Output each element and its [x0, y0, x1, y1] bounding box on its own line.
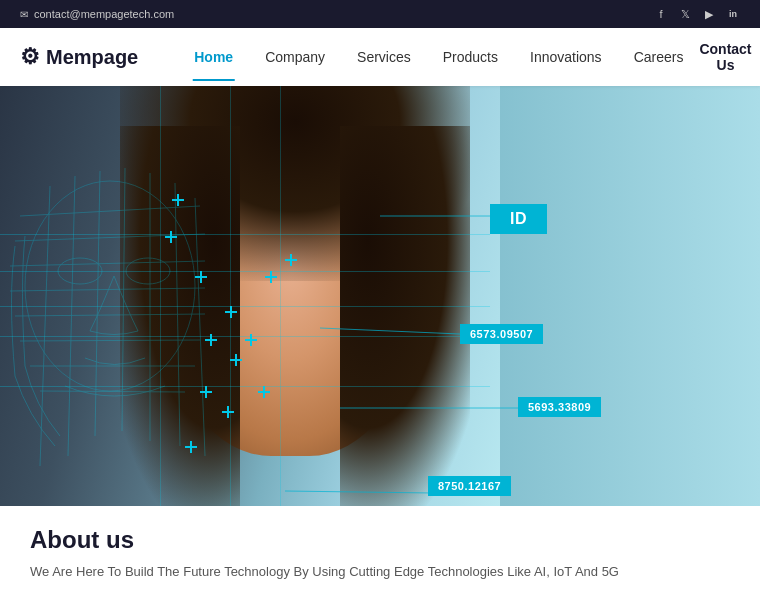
- svg-line-10: [68, 176, 75, 456]
- hero-image-container: ID 6573.09507 5693.33809 8750.12167: [0, 86, 760, 506]
- id-label: ID: [490, 204, 547, 234]
- nav-home[interactable]: Home: [178, 41, 249, 73]
- top-bar: ✉ contact@mempagetech.com f 𝕏 ▶ in: [0, 0, 760, 28]
- svg-point-16: [58, 258, 102, 284]
- twitter-icon[interactable]: 𝕏: [678, 7, 692, 21]
- social-icons-group: f 𝕏 ▶ in: [654, 7, 740, 21]
- svg-line-15: [195, 198, 205, 456]
- hair-right: [340, 126, 470, 506]
- nav-careers[interactable]: Careers: [618, 41, 700, 73]
- email-contact: ✉ contact@mempagetech.com: [20, 8, 174, 20]
- email-address: contact@mempagetech.com: [34, 8, 174, 20]
- linkedin-icon[interactable]: in: [726, 7, 740, 21]
- data-label-2: 5693.33809: [518, 397, 601, 417]
- svg-line-2: [15, 234, 205, 241]
- svg-line-8: [40, 391, 185, 392]
- navbar: ⚙ Mempage Home Company Services Products…: [0, 28, 760, 86]
- nav-innovations[interactable]: Innovations: [514, 41, 618, 73]
- logo-gear-icon: ⚙: [20, 44, 40, 70]
- svg-line-9: [40, 186, 50, 466]
- about-title: About us: [30, 526, 730, 554]
- youtube-icon[interactable]: ▶: [702, 7, 716, 21]
- nav-services[interactable]: Services: [341, 41, 427, 73]
- nav-links: Home Company Services Products Innovatio…: [178, 41, 699, 73]
- svg-line-5: [15, 314, 205, 316]
- email-icon: ✉: [20, 9, 28, 20]
- svg-line-4: [10, 288, 205, 291]
- wireframe-svg: [0, 86, 250, 506]
- nav-products[interactable]: Products: [427, 41, 514, 73]
- svg-line-3: [10, 261, 205, 266]
- data-label-3: 8750.12167: [428, 476, 511, 496]
- about-text: We Are Here To Build The Future Technolo…: [30, 562, 730, 582]
- facebook-icon[interactable]: f: [654, 7, 668, 21]
- svg-point-17: [126, 258, 170, 284]
- logo-text: Mempage: [46, 46, 138, 69]
- svg-line-6: [20, 340, 200, 341]
- svg-line-11: [95, 171, 100, 436]
- nav-company[interactable]: Company: [249, 41, 341, 73]
- about-section: About us We Are Here To Build The Future…: [0, 506, 760, 600]
- svg-line-1: [20, 206, 200, 216]
- hero-section: ID 6573.09507 5693.33809 8750.12167: [0, 86, 760, 506]
- contact-us-button[interactable]: Contact Us: [699, 33, 751, 81]
- logo[interactable]: ⚙ Mempage: [20, 44, 138, 70]
- data-label-1: 6573.09507: [460, 324, 543, 344]
